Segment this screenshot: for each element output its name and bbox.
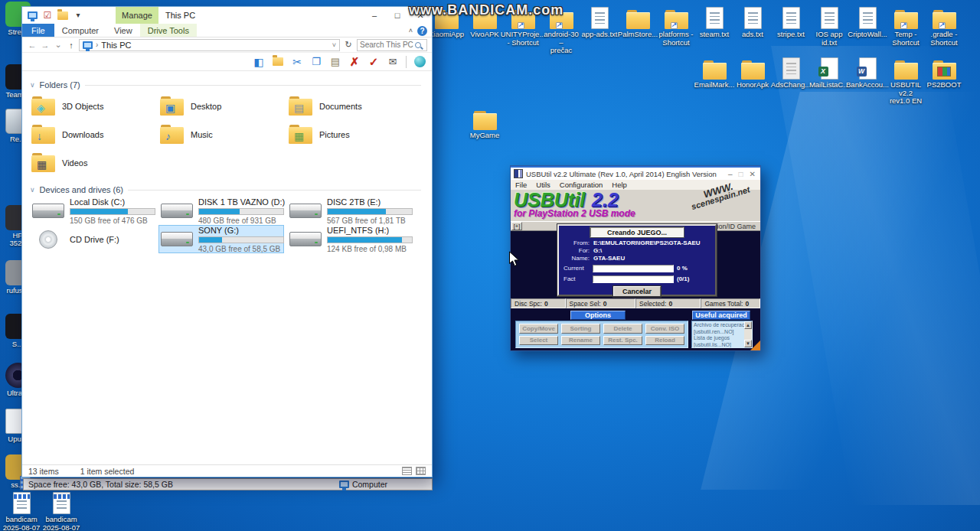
explorer-titlebar[interactable]: ☑▾ Manage This PC – □ ✕ <box>22 7 432 24</box>
desktop-icon-label: XiaomiApp <box>429 31 464 39</box>
checkbox-icon[interactable]: ☑ <box>41 9 54 21</box>
ribbon-collapse-icon[interactable]: ˄ <box>409 27 413 34</box>
current-label: Current <box>564 265 590 272</box>
refresh-icon[interactable]: ↻ <box>342 40 354 50</box>
ribbon-tab-file[interactable]: File <box>22 24 54 37</box>
desktop-icon-glyph <box>473 106 497 130</box>
usbutil-button-conv-iso[interactable]: Conv. ISO <box>645 324 684 334</box>
shell-icon[interactable] <box>413 56 426 68</box>
desktop-icon[interactable]: platforms - Shortcut <box>657 5 695 55</box>
useful-acquired-listbox[interactable]: Archivo de recuperación[usbutil.ren...NO… <box>691 321 753 348</box>
folder-tile-videos[interactable]: ▦ Videos <box>30 148 158 177</box>
ribbon-tab-strip: FileComputerViewDrive Tools ˄ ? <box>22 24 432 37</box>
help-icon[interactable]: ? <box>417 26 427 36</box>
back-icon[interactable]: ← <box>27 41 38 50</box>
ribbon-tab-view[interactable]: View <box>106 24 140 37</box>
folder-tile-desktop[interactable]: ▣ Desktop <box>158 92 287 120</box>
desktop-icon[interactable]: bandicam 2025-08-07 ... <box>41 490 81 531</box>
up-icon[interactable]: ↑ <box>66 41 77 50</box>
usbutil-titlebar[interactable]: USBUtil v2.2 Ultimate (Rev 1.0, April 20… <box>511 166 760 180</box>
drive-tile-cd-drive-f-[interactable]: CD Drive (F:) <box>30 225 155 253</box>
search-box[interactable] <box>357 39 427 51</box>
delete-icon[interactable]: ✗ <box>348 56 361 68</box>
thumbnails-view-icon[interactable] <box>416 467 426 475</box>
cut-icon[interactable]: ✂ <box>291 56 303 68</box>
drive-tile-disc-2tb-e-[interactable]: DISC 2TB (E:) 567 GB free of 1,81 TB <box>287 197 413 225</box>
usbutil-menu-file[interactable]: File <box>515 181 527 189</box>
desktop-icon[interactable]: Temp - Shortcut <box>887 5 925 55</box>
desktop-icon[interactable]: AdsChang... <box>772 55 810 106</box>
folder-tile-downloads[interactable]: ↓ Downloads <box>30 120 158 148</box>
drives-group-header[interactable]: ∨ Devices and drives (6) <box>30 183 432 197</box>
scroll-up-icon[interactable]: ▲ <box>744 321 752 329</box>
usbutil-menu-configuration[interactable]: Configuration <box>560 181 603 189</box>
close-button[interactable]: ✕ <box>750 170 756 178</box>
chevron-down-icon[interactable]: ▾ <box>72 9 84 21</box>
mail-icon[interactable]: ✉ <box>387 56 399 68</box>
search-input[interactable] <box>360 41 415 49</box>
wallpaper-beam <box>771 46 980 505</box>
new-folder-icon[interactable] <box>272 56 284 68</box>
desktop-icon[interactable]: ads.txt <box>733 5 772 55</box>
usbutil-button-delete[interactable]: Delete <box>603 324 642 334</box>
minimize-button[interactable]: – <box>363 7 386 24</box>
desktop-icon[interactable]: steam.txt <box>695 5 733 55</box>
maximize-button[interactable]: □ <box>739 170 743 178</box>
folder-tile-music[interactable]: ♪ Music <box>158 120 287 148</box>
drive-tile-disk-1-tb-vazno-d-[interactable]: DISK 1 TB VAZNO (D:) 480 GB free of 931 … <box>158 197 284 225</box>
usbutil-button-rest-spc-[interactable]: Rest. Spc. <box>603 336 642 346</box>
drive-tile-sony-g-[interactable]: SONY (G:) 43,0 GB free of 58,5 GB <box>158 225 284 253</box>
address-bar: ← → ⌄ ↑ › This PC ˅ ↻ <box>22 37 432 53</box>
preview-pane-icon[interactable]: ◧ <box>253 56 265 68</box>
chevron-down-icon[interactable]: ∨ <box>30 81 35 89</box>
folder-tile-documents[interactable]: ▤ Documents <box>287 92 416 120</box>
desktop-icon[interactable]: HonorApk <box>733 55 772 106</box>
ribbon-tab-drive-tools[interactable]: Drive Tools <box>140 24 197 37</box>
address-dropdown-icon[interactable]: ˅ <box>332 41 336 49</box>
usbutil-button-reload[interactable]: Reload <box>645 336 684 346</box>
usbutil-menu-help[interactable]: Help <box>612 181 627 189</box>
minimize-button[interactable]: – <box>728 170 733 178</box>
select-icon[interactable]: ✓ <box>368 56 380 68</box>
breadcrumb[interactable]: This PC <box>101 41 131 50</box>
address-box[interactable]: › This PC ˅ <box>79 39 340 51</box>
desktop-icon[interactable]: USBUTIL v2.2 rev1.0 EN <box>887 55 925 106</box>
usbutil-button-copy-move[interactable]: Copy/Move <box>519 324 558 334</box>
resize-grip[interactable] <box>750 340 760 350</box>
desktop-icon[interactable]: PS2BOOT <box>925 55 963 106</box>
folder-tile-3d-objects[interactable]: ◈ 3D Objects <box>30 92 158 120</box>
desktop-icon[interactable]: bandicam 2025-08-07 ... <box>2 490 41 531</box>
chevron-down-icon[interactable]: ∨ <box>30 186 35 194</box>
computer-icon[interactable] <box>26 9 38 21</box>
desktop-icon[interactable]: IOS app id.txt <box>810 5 848 55</box>
desktop-icon[interactable]: BankAccou... <box>848 55 887 106</box>
usbutil-button-sorting[interactable]: Sorting <box>561 324 600 334</box>
paste-icon[interactable]: ▤ <box>329 56 341 68</box>
desktop-icon[interactable]: MyGame <box>466 106 504 140</box>
folders-group-header[interactable]: ∨ Folders (7) <box>30 78 432 92</box>
usbutil-button-rename[interactable]: Rename <box>561 336 600 346</box>
desktop-icon[interactable]: PalmStore... <box>619 5 657 55</box>
desktop-icon[interactable]: CriptoWall... <box>848 5 887 55</box>
desktop-icon[interactable]: stripe.txt <box>772 5 810 55</box>
maximize-button[interactable]: □ <box>386 7 409 24</box>
expand-all-button[interactable]: [+] <box>511 222 522 230</box>
ribbon-tab-computer[interactable]: Computer <box>54 24 106 37</box>
details-view-icon[interactable] <box>402 467 412 475</box>
forward-icon[interactable]: → <box>40 41 51 50</box>
desktop-icon[interactable]: MailListaC... <box>810 55 848 106</box>
copy-icon[interactable]: ❐ <box>310 56 322 68</box>
manage-contextual-tab[interactable]: Manage <box>116 7 158 24</box>
usbutil-button-select[interactable]: Select <box>519 336 558 346</box>
desktop-icon[interactable]: .gradle - Shortcut <box>925 5 963 55</box>
folder-tile-pictures[interactable]: ▦ Pictures <box>287 120 416 148</box>
folder-icon[interactable] <box>57 9 69 21</box>
usbutil-menu-utils[interactable]: Utils <box>536 181 550 189</box>
drive-tile-local-disk-c-[interactable]: Local Disk (C:) 150 GB free of 476 GB <box>30 197 155 225</box>
desktop-icon[interactable]: app-ads.txt <box>580 5 619 55</box>
drive-tile-uefi-ntfs-h-[interactable]: UEFI_NTFS (H:) 124 KB free of 0,98 MB <box>287 225 413 253</box>
cancel-button[interactable]: Cancelar <box>613 286 661 297</box>
history-chevron-icon[interactable]: ⌄ <box>53 40 64 50</box>
desktop-icon[interactable]: EmailMark... <box>695 55 733 106</box>
document-icon: ▤ <box>294 101 304 115</box>
